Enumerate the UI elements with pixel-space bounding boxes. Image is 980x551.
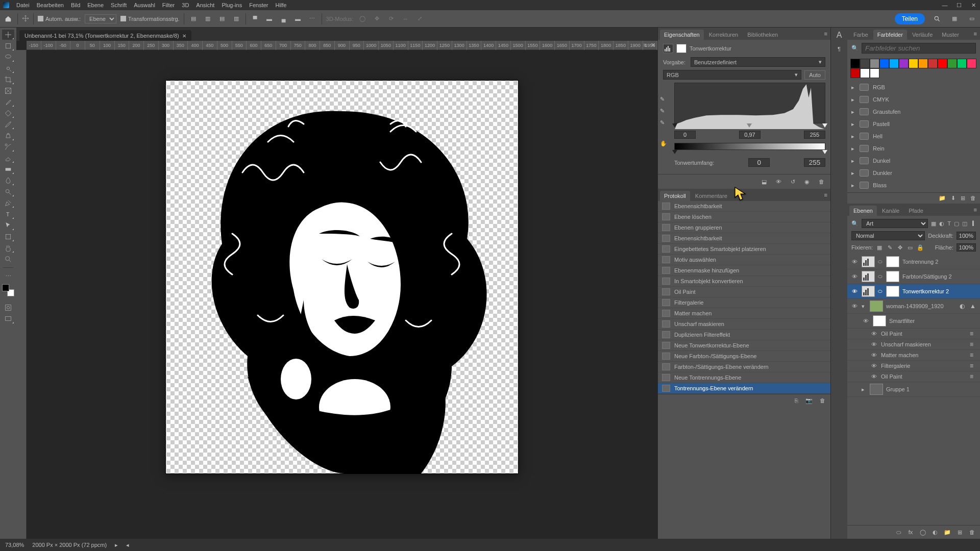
clip-to-layer-icon[interactable]: ⬓ — [760, 178, 768, 186]
tab-pfade[interactable]: Pfade — [904, 206, 927, 216]
gray-point-eyedropper-icon[interactable]: ✎ — [660, 108, 667, 114]
layer-name[interactable]: Unscharf maskieren — [881, 341, 931, 347]
blend-mode-select[interactable]: Normal — [851, 231, 925, 240]
layer-row[interactable]: 👁⬭Tonwertkorrektur 2 — [847, 284, 980, 299]
visibility-icon[interactable]: 👁 — [850, 259, 859, 265]
close-icon[interactable]: ✕ — [970, 2, 977, 9]
history-item[interactable]: Ebenenmaske hinzufügen — [658, 265, 830, 276]
menu-fenster[interactable]: Fenster — [246, 1, 271, 9]
panel-menu-icon[interactable]: ≡ — [971, 207, 980, 213]
history-brush-tool[interactable] — [2, 142, 14, 152]
lock-artboard-icon[interactable]: ▭ — [906, 244, 914, 251]
swatch-search-input[interactable] — [862, 43, 976, 54]
tab-eigenschaften[interactable]: Eigenschaften — [660, 30, 704, 40]
trash-icon[interactable]: 🗑 — [968, 529, 976, 536]
tab-kommentare[interactable]: Kommentare — [691, 191, 731, 201]
tab-muster[interactable]: Muster — [938, 30, 963, 40]
history-item[interactable]: Neue Farbton-/Sättigungs-Ebene — [658, 351, 830, 362]
swatch[interactable] — [860, 59, 870, 68]
trash-icon[interactable]: 🗑 — [970, 195, 976, 202]
swatch[interactable] — [909, 59, 918, 68]
layer-row[interactable]: 👁▾woman-1439909_1920◐▲ — [847, 299, 980, 314]
status-scroll-left-icon[interactable]: ◂ — [126, 542, 129, 548]
paragraph-panel-icon[interactable]: ¶ — [838, 46, 841, 52]
move-tool-icon[interactable] — [22, 15, 29, 23]
swatch-folder[interactable]: ▸RGB — [850, 81, 977, 93]
filter-options-icon[interactable]: ≡ — [970, 341, 977, 348]
swatch[interactable] — [938, 59, 947, 68]
white-point-eyedropper-icon[interactable]: ✎ — [660, 119, 667, 126]
menu-3d[interactable]: 3D — [179, 1, 192, 9]
layer-name[interactable]: Filtergalerie — [881, 363, 910, 369]
menu-schrift[interactable]: Schrift — [108, 1, 130, 9]
tab-kanaele[interactable]: Kanäle — [878, 206, 903, 216]
vertical-ruler[interactable] — [16, 50, 27, 539]
layer-name[interactable]: Tontrennung 2 — [902, 259, 938, 265]
menu-plugins[interactable]: Plug-ins — [218, 1, 245, 9]
filter-options-icon[interactable]: ≡ — [970, 362, 977, 369]
black-point-eyedropper-icon[interactable]: ✎ — [660, 96, 667, 103]
doc-info[interactable]: 2000 Px × 2000 Px (72 ppcm) — [32, 542, 107, 548]
filter-options-icon[interactable]: ≡ — [970, 330, 977, 337]
tab-korrekturen[interactable]: Korrekturen — [705, 30, 742, 40]
swatch[interactable] — [850, 59, 860, 68]
lasso-tool[interactable] — [2, 52, 14, 62]
fill-field[interactable]: 100% — [957, 243, 976, 252]
zoom-level[interactable]: 73,08% — [5, 542, 24, 548]
output-black-field[interactable] — [748, 158, 770, 167]
swatch[interactable] — [899, 59, 909, 68]
gradient-tool[interactable] — [2, 164, 14, 174]
output-gradient[interactable] — [674, 143, 825, 150]
swatch[interactable] — [957, 59, 967, 68]
align-center-h-icon[interactable]: ▥ — [203, 14, 213, 24]
layer-row[interactable]: 👁Matter machen≡ — [847, 350, 980, 361]
panel-menu-icon[interactable]: ≡ — [971, 31, 980, 37]
group-icon[interactable] — [870, 384, 883, 395]
swatch[interactable] — [889, 59, 899, 68]
trash-icon[interactable]: 🗑 — [820, 397, 825, 404]
adjustment-layer-icon[interactable]: ◐ — [931, 529, 939, 536]
history-item[interactable]: Duplizieren Filtereffekt — [658, 330, 830, 340]
link-icon[interactable]: ⬭ — [878, 273, 883, 280]
quickmask-icon[interactable] — [2, 303, 14, 313]
layer-name[interactable]: Matter machen — [881, 352, 918, 358]
link-icon[interactable]: ⬭ — [878, 288, 883, 294]
align-center-v-icon[interactable]: ▬ — [264, 14, 275, 24]
menu-hilfe[interactable]: Hilfe — [272, 1, 289, 9]
history-item[interactable]: Filtergalerie — [658, 297, 830, 308]
layer-row[interactable]: 👁Oil Paint≡ — [847, 371, 980, 382]
black-point-slider[interactable] — [672, 123, 677, 128]
history-list[interactable]: EbenensichtbarkeitEbene löschenEbenen gr… — [658, 201, 830, 394]
mask-thumb[interactable] — [886, 271, 899, 282]
align-left-icon[interactable]: ▤ — [188, 14, 199, 24]
visibility-icon[interactable]: 👁 — [862, 318, 870, 324]
link-layers-icon[interactable]: ⬭ — [894, 529, 902, 536]
save-set-icon[interactable]: ⬇ — [951, 195, 955, 202]
tab-farbfelder[interactable]: Farbfelder — [873, 30, 907, 40]
layer-row[interactable]: 👁⬭Tontrennung 2 — [847, 255, 980, 269]
swatch-folder[interactable]: ▸Pastell — [850, 118, 977, 130]
screenmode-icon[interactable] — [2, 314, 14, 324]
swatch-folder[interactable]: ▸Hell — [850, 130, 977, 142]
history-item[interactable]: Unscharf maskieren — [658, 319, 830, 330]
previous-state-icon[interactable]: ◉ — [803, 178, 811, 186]
lock-pixels-icon[interactable]: ✎ — [886, 244, 893, 251]
layer-mask-icon[interactable]: ◯ — [919, 529, 927, 536]
document-tab[interactable]: Unbenannt-1 bei 73,1% (Tonwertkorrektur … — [19, 30, 191, 41]
layer-name[interactable]: Oil Paint — [881, 373, 902, 380]
auto-select-target[interactable]: Ebene — [85, 14, 116, 23]
filter-shape-icon[interactable]: ▢ — [954, 220, 959, 227]
distribute-v-icon[interactable]: ▬ — [293, 14, 303, 24]
adjustment-thumb-icon[interactable] — [862, 256, 875, 267]
lock-all-icon[interactable]: 🔒 — [917, 244, 924, 251]
history-item[interactable]: Ebenensichtbarkeit — [658, 201, 830, 212]
filter-adjust-icon[interactable]: ◐ — [939, 220, 944, 227]
distribute-h-icon[interactable]: ▥ — [231, 14, 241, 24]
swatch[interactable] — [928, 59, 938, 68]
visibility-icon[interactable]: 👁 — [870, 341, 878, 347]
clone-stamp-tool[interactable] — [2, 131, 14, 141]
histogram[interactable] — [674, 83, 825, 123]
layer-name[interactable]: Tonwertkorrektur 2 — [902, 288, 949, 294]
visibility-icon[interactable]: 👁 — [850, 303, 859, 309]
blur-tool[interactable] — [2, 176, 14, 186]
